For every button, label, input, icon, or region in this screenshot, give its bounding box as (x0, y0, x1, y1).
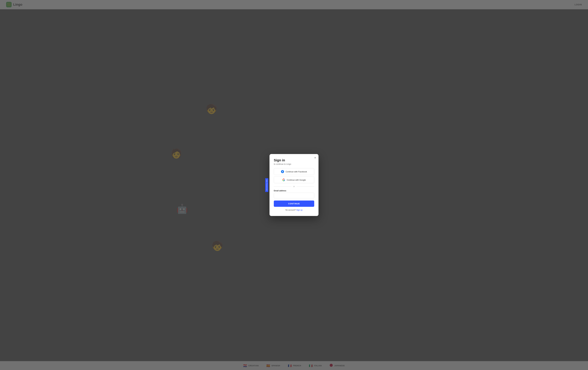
google-signin-button[interactable]: Continue with Google (274, 177, 314, 183)
facebook-button-label: Continue with Facebook (286, 170, 307, 173)
facebook-icon (281, 170, 284, 173)
signup-link[interactable]: Sign up (296, 209, 303, 211)
email-field-label: Email address (274, 190, 314, 192)
facebook-signin-button[interactable]: Continue with Facebook (274, 168, 314, 175)
divider: or (274, 185, 314, 188)
no-account-section: No account? Sign up (274, 209, 314, 211)
google-icon (282, 178, 285, 181)
google-button-label: Continue with Google (287, 179, 306, 181)
modal-subtitle: to continue to Lingo (274, 163, 314, 165)
modal-overlay: Secured by clerk × Sign in to continue t… (0, 0, 588, 370)
email-input[interactable] (274, 193, 314, 198)
continue-button[interactable]: CONTINUE (274, 200, 314, 207)
sign-in-modal: Secured by clerk × Sign in to continue t… (270, 154, 318, 216)
modal-title: Sign in (274, 158, 314, 162)
modal-close-button[interactable]: × (314, 156, 316, 159)
clerk-sidebar: Secured by clerk (265, 178, 268, 192)
